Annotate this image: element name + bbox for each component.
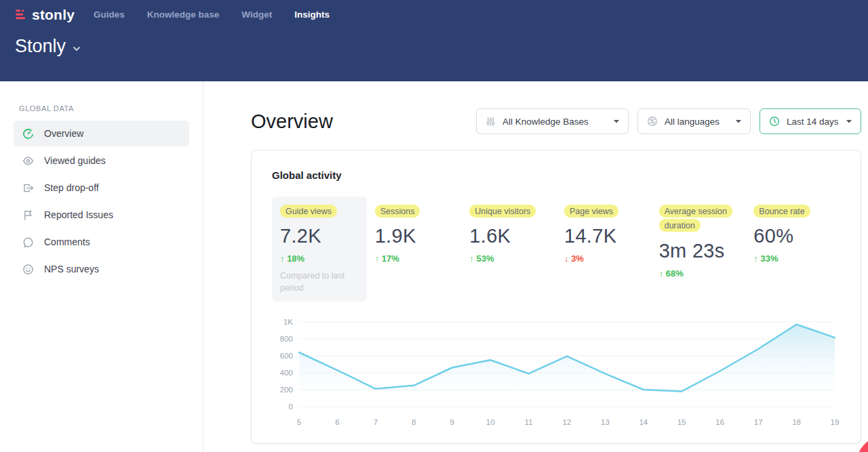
metric-delta: ↓ 3% [564,253,643,264]
metric-sessions[interactable]: Sessions 1.9K ↑ 17% [367,197,462,302]
sidebar-item-label: Comments [44,237,90,247]
svg-text:5: 5 [297,418,301,426]
filter-label: All Knowledge Bases [502,117,589,127]
nav-guides[interactable]: Guides [94,9,125,20]
gauge-icon [22,128,34,140]
svg-text:400: 400 [280,369,293,377]
sidebar-item-label: Reported Issues [44,209,113,220]
svg-text:19: 19 [831,418,840,426]
sidebar-item-step-drop-off[interactable]: Step drop-off [14,175,189,201]
svg-text:14: 14 [639,418,648,426]
up-arrow-icon: ↑ [469,253,474,264]
eye-icon [22,155,34,167]
chevron-down-icon [846,120,852,123]
metric-label: Unique visitors [469,205,536,218]
metrics-row: Guide views 7.2K ↑ 18% Compared to last … [272,197,840,302]
svg-text:0: 0 [289,403,293,411]
sidebar-section-label: GLOBAL DATA [0,104,203,112]
area-chart: 02004006008001K5678910111213141516171819 [272,316,842,440]
metric-label: Bounce rate [753,205,810,218]
metric-value: 1.6K [469,225,548,247]
global-activity-card: Global activity Guide views 7.2K ↑ 18% C… [251,150,861,444]
metric-value: 1.9K [375,225,454,247]
svg-text:16: 16 [715,418,724,426]
metric-value: 14.7K [564,225,643,247]
metric-value: 7.2K [280,225,359,247]
svg-text:17: 17 [754,418,763,426]
sidebar-item-label: Viewed guides [44,155,106,166]
page-title: Overview [251,110,333,133]
svg-text:18: 18 [792,418,801,426]
svg-text:15: 15 [677,418,686,426]
up-arrow-icon: ↑ [280,253,285,264]
svg-text:11: 11 [525,418,533,426]
up-arrow-icon: ↑ [375,253,380,264]
filter-label: Last 14 days [787,117,839,127]
metric-label: Average session duration [659,205,732,232]
metric-label: Guide views [280,205,337,218]
metric-avg-session-duration[interactable]: Average session duration 3m 23s ↑ 68% [651,197,746,302]
flag-icon [22,209,34,221]
metric-bounce-rate[interactable]: Bounce rate 60% ↑ 33% [745,197,840,302]
top-navbar: stonly Guides Knowledge base Widget Insi… [0,0,868,81]
svg-text:8: 8 [412,418,416,426]
metric-value: 3m 23s [659,240,738,262]
up-arrow-icon: ↑ [659,268,664,279]
sidebar-item-reported-issues[interactable]: Reported Issues [14,202,189,228]
metric-value: 60% [753,225,832,247]
sidebar-item-viewed-guides[interactable]: Viewed guides [14,148,189,173]
metric-unique-visitors[interactable]: Unique visitors 1.6K ↑ 53% [461,197,556,302]
svg-text:10: 10 [486,418,495,426]
smiley-icon [22,264,34,275]
activity-chart: 02004006008001K5678910111213141516171819 [272,316,840,443]
metric-delta: ↑ 33% [753,253,832,264]
metric-page-views[interactable]: Page views 14.7K ↓ 3% [556,197,651,302]
sidebar-item-comments[interactable]: Comments [14,229,189,255]
svg-text:12: 12 [563,418,572,426]
languages-filter[interactable]: All languages [637,108,751,134]
svg-text:13: 13 [601,418,610,426]
svg-text:9: 9 [450,418,454,426]
nav-widget[interactable]: Widget [241,9,272,20]
filters-bar: All Knowledge Bases All languages [476,108,861,134]
svg-text:6: 6 [335,418,339,426]
metric-delta: ↑ 68% [659,268,738,279]
globe-icon [647,116,658,127]
step-exit-icon [22,182,34,194]
workspace-name: Stonly [15,36,66,57]
sidebar-item-nps-surveys[interactable]: NPS surveys [14,256,189,282]
metric-label: Sessions [375,205,420,218]
down-arrow-icon: ↓ [564,253,569,264]
compare-note: Compared to last period [280,270,356,294]
clock-icon [769,116,780,127]
main-content: Overview All Knowledge Bases All langua [203,81,868,452]
sidebar-item-label: Overview [44,128,83,139]
brand-name: stonly [32,7,75,23]
date-range-filter[interactable]: Last 14 days [760,108,861,134]
stonly-logo[interactable]: stonly [14,7,75,23]
nav-knowledge-base[interactable]: Knowledge base [147,9,220,20]
chevron-down-icon [736,120,741,123]
metric-label: Page views [564,205,618,218]
nav-insights[interactable]: Insights [294,9,330,20]
metric-delta: ↑ 18% [280,253,359,264]
filter-label: All languages [665,117,719,127]
metric-guide-views[interactable]: Guide views 7.2K ↑ 18% Compared to last … [272,197,367,302]
metric-delta: ↑ 17% [375,253,454,264]
metric-delta: ↑ 53% [469,253,548,264]
svg-text:7: 7 [374,418,378,426]
chevron-down-icon [73,47,80,51]
top-navigation: Guides Knowledge base Widget Insights [94,9,330,20]
stonly-logo-icon [14,8,27,22]
sidebar-item-label: NPS surveys [44,264,99,274]
sidebar: GLOBAL DATA Overview Viewed guides Step … [0,81,203,452]
knowledge-bases-filter[interactable]: All Knowledge Bases [476,108,629,134]
sliders-icon [486,117,496,127]
card-title: Global activity [272,169,840,181]
sidebar-item-overview[interactable]: Overview [14,121,189,146]
svg-text:600: 600 [280,352,293,360]
svg-text:200: 200 [280,386,293,394]
svg-text:800: 800 [280,335,293,343]
chevron-down-icon [614,120,619,123]
workspace-selector[interactable]: Stonly [15,36,80,57]
